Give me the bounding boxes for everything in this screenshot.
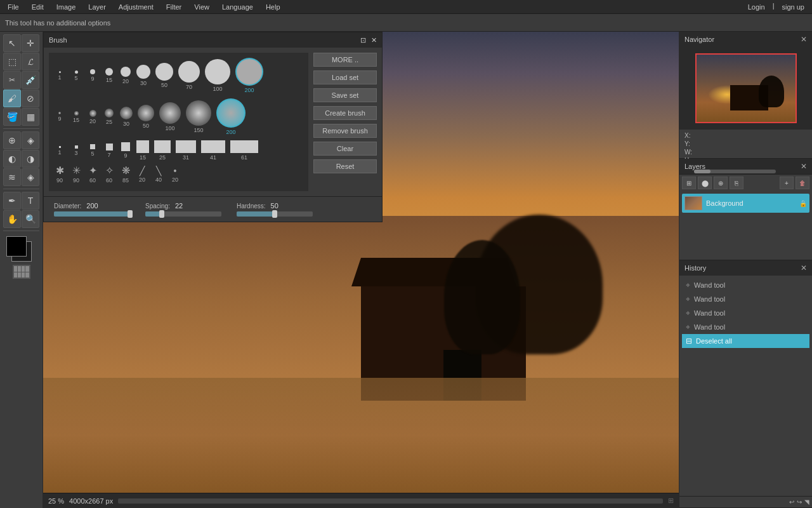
sq-brush-1[interactable] — [59, 146, 61, 148]
tool-burn[interactable]: ◑ — [22, 150, 39, 168]
tool-pen[interactable]: ✒ — [3, 192, 21, 210]
tool-clone[interactable]: ◈ — [22, 131, 39, 149]
horizontal-scrollbar[interactable] — [118, 498, 663, 504]
reset-button[interactable]: Reset — [313, 159, 377, 173]
layer-background[interactable]: Background 🔒 — [682, 194, 809, 213]
soft-brush-150[interactable] — [186, 100, 211, 126]
history-item-2[interactable]: ⌖ Wand tool — [682, 292, 809, 306]
dot-brush-20[interactable]: • — [174, 166, 177, 175]
clear-button[interactable]: Clear — [313, 142, 377, 156]
canvas-area[interactable]: Brush ⊡ ✕ 1 5 — [43, 32, 679, 508]
layer-duplicate-btn[interactable]: ⎘ — [730, 177, 743, 189]
tool-lasso[interactable]: 𝓛 — [22, 53, 39, 70]
more-button[interactable]: MORE .. — [313, 53, 377, 67]
sq-brush-25[interactable] — [154, 140, 171, 153]
tool-eyedropper[interactable]: 💉 — [22, 71, 39, 89]
brush-popup-maximize[interactable]: ⊡ — [360, 36, 366, 44]
login-link[interactable]: Login — [745, 2, 768, 12]
history-undo[interactable]: ↩ — [789, 498, 794, 505]
sq-brush-5[interactable] — [90, 144, 95, 149]
soft-brush-25[interactable] — [105, 109, 114, 117]
history-item-3[interactable]: ⌖ Wand tool — [682, 306, 809, 320]
navigator-close[interactable]: ✕ — [801, 35, 807, 44]
load-set-button[interactable]: Load set — [313, 70, 377, 84]
menu-help[interactable]: Help — [263, 2, 283, 12]
soft-brush-200-selected[interactable] — [216, 98, 246, 128]
tool-gradient[interactable]: ▦ — [22, 108, 39, 126]
sq-brush-61[interactable] — [230, 140, 258, 153]
tool-smudge[interactable]: ≋ — [3, 168, 21, 186]
star-brush-60b[interactable]: ✧ — [105, 166, 114, 176]
brush-9[interactable] — [90, 69, 95, 74]
sq-brush-7[interactable] — [106, 144, 113, 150]
brush-50[interactable] — [155, 63, 173, 81]
tool-arrow[interactable]: ↖ — [3, 34, 21, 52]
brush-30[interactable] — [136, 65, 150, 79]
layer-delete-btn[interactable]: 🗑 — [796, 177, 809, 189]
soft-brush-50[interactable] — [138, 105, 154, 121]
layer-mask-btn[interactable]: ⬤ — [698, 177, 712, 189]
tool-zoom[interactable]: 🔍 — [22, 210, 39, 228]
tool-sharpen[interactable]: ◈ — [22, 168, 39, 186]
menu-edit[interactable]: Edit — [29, 2, 46, 12]
tool-heal[interactable]: ⊕ — [3, 131, 21, 149]
star-brush-85[interactable]: ❋ — [122, 166, 130, 176]
foreground-color-swatch[interactable] — [6, 236, 27, 257]
menu-view[interactable]: View — [192, 2, 212, 12]
tool-eraser[interactable]: ⊘ — [22, 90, 39, 107]
layer-group-btn[interactable]: ⊞ — [682, 177, 696, 189]
line-brush-20[interactable]: ╱ — [140, 166, 145, 175]
brush-5[interactable] — [75, 70, 78, 74]
brush-popup-close[interactable]: ✕ — [371, 36, 377, 44]
soft-brush-9[interactable] — [58, 112, 61, 114]
menu-image[interactable]: Image — [54, 2, 79, 12]
star-brush-90b[interactable]: ✳ — [72, 166, 81, 176]
layer-adjustment-btn[interactable]: ⊕ — [714, 177, 728, 189]
sq-brush-15[interactable] — [136, 140, 149, 153]
menu-adjustment[interactable]: Adjustment — [116, 2, 156, 12]
brush-100[interactable] — [205, 59, 230, 84]
soft-brush-20[interactable] — [89, 110, 96, 117]
create-brush-button[interactable]: Create brush — [313, 106, 377, 120]
sq-brush-31[interactable] — [176, 140, 196, 153]
history-item-4[interactable]: ⌖ Wand tool — [682, 320, 809, 334]
layers-close[interactable]: ✕ — [801, 162, 807, 171]
save-set-button[interactable]: Save set — [313, 88, 377, 102]
soft-brush-100[interactable] — [159, 102, 181, 124]
sq-brush-41[interactable] — [201, 140, 225, 153]
history-redo[interactable]: ↪ — [797, 498, 802, 505]
hardness-slider[interactable] — [237, 211, 313, 217]
star-brush-90[interactable]: ✱ — [56, 166, 64, 176]
history-item-1[interactable]: ⌖ Wand tool — [682, 278, 809, 292]
menu-layer[interactable]: Layer — [86, 2, 108, 12]
menu-file[interactable]: File — [5, 2, 22, 12]
zoom-slider[interactable] — [694, 170, 776, 173]
brush-200-selected[interactable] — [235, 58, 263, 86]
menu-filter[interactable]: Filter — [164, 2, 184, 12]
brush-1[interactable] — [59, 71, 61, 73]
soft-brush-30[interactable] — [120, 107, 133, 119]
brush-15[interactable] — [105, 68, 113, 76]
menu-language[interactable]: Language — [219, 2, 256, 12]
brush-70[interactable] — [178, 61, 200, 83]
tool-select-rect[interactable]: ⬚ — [3, 53, 21, 70]
sq-brush-3[interactable] — [75, 145, 78, 149]
history-item-5[interactable]: ⊟ Deselect all — [682, 334, 809, 348]
spacing-slider[interactable] — [145, 211, 221, 217]
tool-move[interactable]: ✛ — [22, 34, 39, 52]
layer-new-btn[interactable]: + — [780, 177, 794, 189]
brush-20[interactable] — [121, 67, 131, 77]
diameter-slider[interactable] — [54, 211, 130, 217]
star-brush-60[interactable]: ✦ — [89, 166, 97, 176]
sq-brush-9[interactable] — [121, 142, 130, 151]
tool-dodge[interactable]: ◐ — [3, 150, 21, 168]
remove-brush-button[interactable]: Remove brush — [313, 124, 377, 138]
tool-brush[interactable]: 🖌 — [3, 90, 21, 107]
history-close[interactable]: ✕ — [801, 264, 807, 272]
line-brush-40[interactable]: ╲ — [156, 166, 161, 175]
signup-link[interactable]: sign up — [780, 2, 807, 12]
tool-fill[interactable]: 🪣 — [3, 108, 21, 126]
tool-crop[interactable]: ✂ — [3, 71, 21, 89]
tool-hand[interactable]: ✋ — [3, 210, 21, 228]
tool-text[interactable]: T — [22, 192, 39, 210]
